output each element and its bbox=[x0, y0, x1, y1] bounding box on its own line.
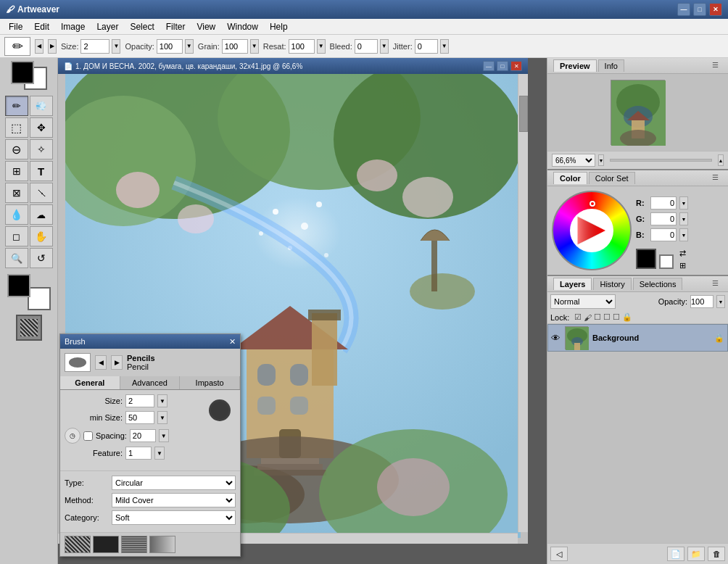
brush-tool[interactable]: ✏ bbox=[5, 96, 28, 116]
tab-color[interactable]: Color bbox=[553, 172, 587, 184]
method-select[interactable]: Mild Cover bbox=[112, 493, 236, 507]
lock-all-icon[interactable]: ☐ bbox=[603, 312, 611, 322]
tab-selections[interactable]: Selections bbox=[633, 278, 683, 290]
preview-menu-icon[interactable]: ☰ bbox=[712, 61, 722, 71]
color-menu-icon[interactable]: ☰ bbox=[712, 173, 722, 183]
brush-nav-next[interactable]: ▶ bbox=[111, 355, 123, 370]
dropper-tool[interactable]: 💧 bbox=[5, 204, 28, 225]
reset-colors-icon[interactable]: ⊞ bbox=[679, 261, 686, 270]
spacing-checkbox[interactable] bbox=[83, 431, 93, 441]
tab-layers[interactable]: Layers bbox=[553, 278, 592, 290]
spacing-input[interactable] bbox=[130, 429, 156, 442]
opacity-arrow[interactable]: ▼ bbox=[716, 295, 725, 308]
opacity-input[interactable] bbox=[690, 295, 713, 308]
grain-input[interactable] bbox=[222, 39, 248, 54]
brush-titlebar[interactable]: Brush ✕ bbox=[60, 334, 240, 349]
menu-filter[interactable]: Filter bbox=[160, 20, 191, 33]
min-size-arrow[interactable]: ▼ bbox=[157, 411, 167, 424]
pattern-swatch-2[interactable] bbox=[93, 536, 119, 553]
menu-select[interactable]: Select bbox=[124, 20, 160, 33]
close-button[interactable]: ✕ bbox=[709, 3, 722, 16]
feature-input[interactable] bbox=[125, 447, 152, 460]
opacity-input[interactable] bbox=[157, 39, 183, 54]
brush-prev[interactable]: ◀ bbox=[35, 39, 44, 54]
lock-lock-icon[interactable]: 🔒 bbox=[622, 312, 632, 322]
layer-background[interactable]: 👁 Background 🔒 bbox=[547, 324, 728, 352]
jitter-arrow[interactable]: ▼ bbox=[440, 39, 449, 54]
pattern-swatch-3[interactable] bbox=[121, 536, 147, 553]
b-arrow[interactable]: ▼ bbox=[679, 228, 688, 241]
smudge-tool[interactable]: ☁ bbox=[30, 204, 53, 225]
spacing-clock-icon[interactable]: ◷ bbox=[65, 428, 80, 444]
swap-colors-icon[interactable]: ⇄ bbox=[679, 249, 686, 258]
foreground-swatch[interactable] bbox=[7, 274, 30, 297]
zoom-select[interactable]: 66,6% bbox=[552, 154, 595, 167]
menu-layer[interactable]: Layer bbox=[91, 20, 124, 33]
layer-visibility-icon[interactable]: 👁 bbox=[551, 333, 561, 344]
lock-transparency-icon[interactable]: ☑ bbox=[574, 312, 582, 322]
layers-menu-icon[interactable]: ☰ bbox=[712, 279, 722, 289]
lock-move-icon[interactable]: ☐ bbox=[594, 312, 601, 322]
magic-wand-tool[interactable]: ✧ bbox=[30, 139, 53, 159]
tab-preview[interactable]: Preview bbox=[553, 59, 597, 72]
brush-preview-box[interactable] bbox=[65, 353, 91, 372]
zoom-slider[interactable] bbox=[610, 159, 712, 162]
lasso-tool[interactable]: ⊖ bbox=[5, 139, 28, 159]
v-scroll-thumb[interactable] bbox=[519, 96, 528, 132]
brush-nav-prev[interactable]: ◀ bbox=[95, 355, 107, 370]
r-input[interactable] bbox=[650, 196, 677, 210]
brush-close-icon[interactable]: ✕ bbox=[229, 337, 236, 347]
color-wheel-dot[interactable] bbox=[590, 201, 595, 207]
layers-back-button[interactable]: ◁ bbox=[550, 547, 568, 561]
size-setting-input[interactable] bbox=[125, 394, 154, 407]
pattern-selector[interactable] bbox=[16, 315, 42, 341]
r-arrow[interactable]: ▼ bbox=[679, 196, 688, 210]
menu-help[interactable]: Help bbox=[264, 20, 294, 33]
jitter-input[interactable] bbox=[415, 39, 438, 54]
airbrush-tool[interactable]: 💨 bbox=[30, 96, 53, 116]
foreground-color-box[interactable] bbox=[11, 61, 34, 84]
zoom-tool[interactable]: 🔍 bbox=[5, 248, 28, 268]
bg-color-swatch[interactable] bbox=[659, 254, 674, 269]
doc-close[interactable]: ✕ bbox=[510, 61, 522, 71]
delete-layer-button[interactable]: 🗑 bbox=[708, 547, 725, 561]
brush-selector[interactable]: ✏ bbox=[4, 37, 30, 56]
rotate-tool[interactable]: ↺ bbox=[30, 248, 53, 268]
doc-minimize[interactable]: — bbox=[483, 61, 495, 71]
size-setting-arrow[interactable]: ▼ bbox=[157, 394, 167, 407]
tab-colorset[interactable]: Color Set bbox=[589, 172, 635, 184]
lock-paint-icon[interactable]: 🖌 bbox=[584, 313, 592, 322]
eraser-tool[interactable]: ◻ bbox=[5, 226, 28, 246]
zoom-max-arrow[interactable]: ▲ bbox=[718, 154, 724, 166]
g-input[interactable] bbox=[650, 212, 677, 225]
text-tool[interactable]: T bbox=[30, 161, 53, 181]
feature-arrow[interactable]: ▼ bbox=[154, 447, 165, 460]
type-select[interactable]: Circular bbox=[112, 476, 236, 490]
size-arrow[interactable]: ▼ bbox=[112, 39, 120, 54]
bleed-arrow[interactable]: ▼ bbox=[380, 39, 389, 54]
resat-input[interactable] bbox=[289, 39, 315, 54]
clone-tool[interactable]: ⊞ bbox=[5, 161, 28, 181]
maximize-button[interactable]: □ bbox=[693, 3, 706, 16]
opacity-arrow[interactable]: ▼ bbox=[185, 39, 194, 54]
menu-view[interactable]: View bbox=[191, 20, 221, 33]
menu-window[interactable]: Window bbox=[221, 20, 264, 33]
tab-history[interactable]: History bbox=[593, 278, 631, 290]
color-wheel-container[interactable] bbox=[552, 191, 632, 270]
select-rect-tool[interactable]: ⬚ bbox=[5, 117, 28, 138]
menu-file[interactable]: File bbox=[3, 20, 28, 33]
background-swatch[interactable] bbox=[28, 287, 51, 310]
vertical-scrollbar[interactable] bbox=[518, 74, 528, 532]
new-group-button[interactable]: 📁 bbox=[687, 547, 705, 561]
menu-image[interactable]: Image bbox=[55, 20, 91, 33]
title-controls[interactable]: — □ ✕ bbox=[677, 3, 722, 16]
doc-controls[interactable]: — □ ✕ bbox=[483, 61, 522, 71]
line-tool[interactable]: ⟍ bbox=[30, 183, 53, 203]
fg-color-swatch[interactable] bbox=[636, 249, 656, 269]
layer-lock-icon[interactable]: 🔒 bbox=[714, 333, 724, 343]
bleed-input[interactable] bbox=[355, 39, 378, 54]
tab-info[interactable]: Info bbox=[598, 59, 624, 72]
zoom-dropdown-arrow[interactable]: ▼ bbox=[598, 154, 604, 166]
min-size-input[interactable] bbox=[125, 411, 154, 424]
resat-arrow[interactable]: ▼ bbox=[317, 39, 326, 54]
